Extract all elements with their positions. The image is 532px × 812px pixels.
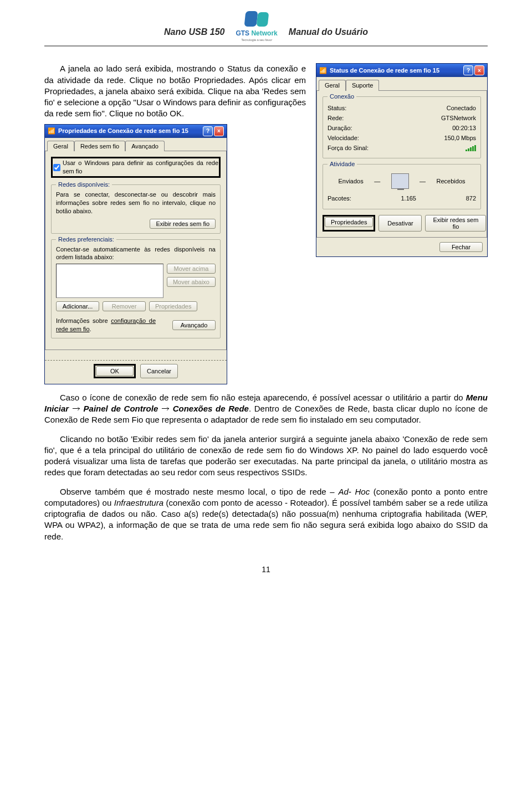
title-properties: Propriedades de Conexão de rede sem fio …	[58, 127, 200, 135]
checkbox-use-windows-row[interactable]: Usar o Windows para definir as configura…	[53, 159, 218, 176]
help-button-status[interactable]: ?	[463, 65, 473, 75]
button-disable[interactable]: Desativar	[378, 215, 422, 232]
tab-status-general[interactable]: Geral	[319, 80, 346, 91]
header-right: Manual do Usuário	[289, 26, 368, 43]
label-status: Status:	[328, 104, 346, 112]
close-button-status[interactable]: ×	[474, 65, 484, 75]
button-cancel[interactable]: Cancelar	[140, 364, 178, 378]
tabpanel-properties: Usar o Windows para definir as configura…	[45, 151, 227, 350]
info-link-block: Informações sobre configuração de rede s…	[56, 317, 156, 333]
label-speed: Velocidade:	[328, 134, 359, 142]
tab-status-support[interactable]: Suporte	[346, 80, 380, 91]
p2-painel: Painel de Controle	[84, 404, 158, 413]
checkbox-use-windows[interactable]	[53, 164, 60, 171]
tabs-status: Geral Suporte	[316, 77, 487, 90]
button-show-networks-status[interactable]: Exibir redes sem fio	[425, 215, 486, 232]
logo-tagline: Tecnologia a seu favor	[241, 38, 272, 42]
p4-infra: Infraestrutura	[114, 498, 163, 507]
preferred-desc: Conectar-se automaticamente às redes dis…	[56, 245, 216, 262]
intro-text-block: A janela ao lado será exibida, mostrando…	[44, 63, 306, 384]
p4-adhoc: Ad- Hoc	[338, 487, 370, 496]
signal-icon: 📶	[319, 66, 327, 74]
intro-row: A janela ao lado será exibida, mostrando…	[44, 63, 488, 384]
group-preferred-networks: Redes preferenciais: Conectar-se automat…	[51, 239, 221, 338]
button-properties[interactable]: Propriedades	[325, 217, 373, 227]
p2-conexoes: Conexões de Rede	[173, 404, 249, 413]
monitor-icon	[391, 173, 409, 189]
tab-advanced[interactable]: Avançado	[125, 141, 165, 152]
dialog-divider	[45, 360, 227, 361]
help-button[interactable]: ?	[203, 126, 213, 136]
titlebar-properties[interactable]: 📶 Propriedades de Conexão de rede sem fi…	[45, 125, 227, 138]
info-link-post: .	[90, 326, 91, 332]
logo-main: GTS	[236, 29, 249, 37]
tab-general[interactable]: Geral	[47, 141, 74, 152]
label-packets: Pacotes:	[328, 194, 351, 203]
button-close-status[interactable]: Fechar	[439, 242, 483, 252]
group-available-networks: Redes disponíveis: Para se conectar, des…	[51, 184, 221, 234]
arrow-icon-2: 🡒	[158, 404, 172, 413]
wireless-icon: 📶	[48, 127, 55, 135]
button-show-networks[interactable]: Exibir redes sem fio	[150, 219, 216, 229]
value-status: Conectado	[447, 104, 476, 112]
group-activity-title: Atividade	[328, 160, 357, 168]
dash-icon-2: —	[420, 177, 426, 186]
title-status: Status de Conexão de rede sem fio 15	[330, 66, 461, 75]
gts-logo-icon	[245, 11, 268, 28]
highlight-properties: Propriedades	[323, 215, 375, 232]
tab-wireless[interactable]: Redes sem fio	[74, 141, 125, 152]
button-add[interactable]: Adicionar...	[56, 301, 99, 311]
page-number: 11	[44, 564, 488, 575]
logo-sub: Network	[251, 29, 277, 37]
button-move-down[interactable]: Mover abaixo	[167, 277, 216, 287]
label-duration: Duração:	[328, 124, 352, 132]
button-move-up[interactable]: Mover acima	[167, 264, 216, 274]
close-button[interactable]: ×	[214, 126, 224, 136]
label-recv: Recebidos	[437, 177, 466, 186]
paragraph-4: Observe também que é mostrado neste mesm…	[44, 486, 488, 542]
document-header: Nano USB 150 GTS Network Tecnologia a se…	[44, 11, 488, 42]
group-connection-title: Conexão	[328, 92, 356, 101]
label-signal: Força do Sinal:	[328, 144, 369, 152]
value-speed: 150,0 Mbps	[444, 134, 476, 142]
arrow-icon-1: 🡒	[69, 404, 83, 413]
dialog-properties: 📶 Propriedades de Conexão de rede sem fi…	[44, 124, 227, 384]
dash-icon: —	[374, 177, 380, 186]
header-left: Nano USB 150	[164, 26, 224, 43]
group-preferred-title: Redes preferenciais:	[56, 235, 116, 244]
dialog-status: 📶 Status de Conexão de rede sem fio 15 ?…	[316, 63, 488, 257]
group-connection: Conexão Status:Conectado Rede:GTSNetwork…	[323, 96, 481, 158]
intro-paragraph: A janela ao lado será exibida, mostrando…	[44, 63, 306, 119]
value-duration: 00:20:13	[452, 124, 476, 132]
button-ok[interactable]: OK	[96, 366, 134, 376]
label-sent: Enviados	[338, 177, 363, 186]
logo-block: GTS Network Tecnologia a seu favor	[236, 11, 277, 42]
info-link-pre: Informações sobre	[56, 317, 111, 324]
group-activity: Atividade Enviados — — Recebidos Pacotes…	[323, 164, 481, 209]
paragraph-3: Clicando no botão 'Exibir redes sem fio'…	[44, 434, 488, 479]
header-rule	[44, 45, 488, 47]
button-advanced[interactable]: Avançado	[172, 320, 216, 330]
logo-text: GTS Network	[236, 29, 277, 38]
group-available-title: Redes disponíveis:	[56, 181, 112, 189]
highlight-checkbox: Usar o Windows para definir as configura…	[51, 157, 221, 178]
p2a: Caso o ícone de conexão de rede sem fio …	[60, 393, 466, 402]
available-desc: Para se conectar, desconectar-se ou desc…	[56, 191, 216, 215]
button-props-net[interactable]: Propriedades	[149, 301, 197, 311]
checkbox-use-windows-label: Usar o Windows para definir as configura…	[63, 159, 218, 176]
titlebar-status[interactable]: 📶 Status de Conexão de rede sem fio 15 ?…	[316, 64, 487, 77]
p4a: Observe também que é mostrado neste mesm…	[60, 487, 338, 496]
value-packets-sent: 1.165	[351, 194, 466, 203]
label-network: Rede:	[328, 114, 344, 122]
highlight-ok: OK	[94, 364, 136, 378]
tabpanel-status: Conexão Status:Conectado Rede:GTSNetwork…	[316, 90, 487, 238]
paragraph-2: Caso o ícone de conexão de rede sem fio …	[44, 392, 488, 426]
preferred-listbox[interactable]	[56, 264, 163, 298]
button-remove[interactable]: Remover	[103, 301, 146, 311]
value-network: GTSNetwork	[441, 114, 476, 122]
value-packets-recv: 872	[466, 194, 476, 203]
signal-bars-icon	[466, 145, 476, 151]
tabs-properties: Geral Redes sem fio Avançado	[45, 138, 227, 151]
